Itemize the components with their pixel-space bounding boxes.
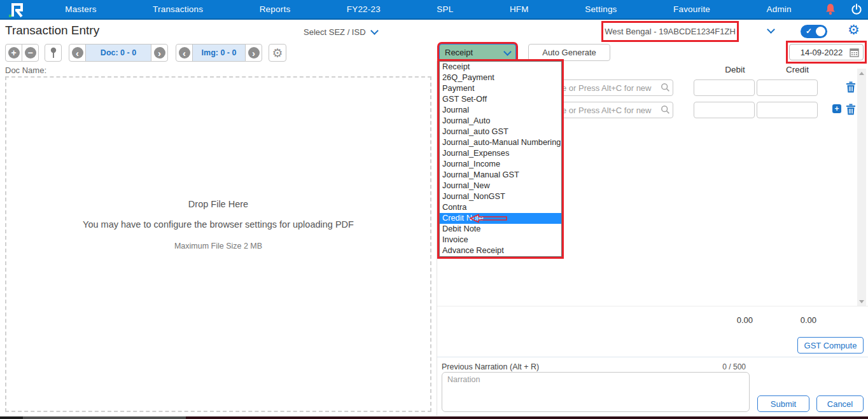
doc-next-button[interactable]: › xyxy=(151,44,168,62)
gst-compute-button[interactable]: GST Compute xyxy=(797,337,864,354)
zoom-out-button[interactable]: − xyxy=(22,44,39,62)
settings-gear-icon[interactable]: ⚙ xyxy=(848,23,860,36)
nav-item-admin[interactable]: Admin xyxy=(766,4,791,14)
chevron-right-icon: › xyxy=(248,47,260,58)
voucher-option[interactable]: Journal_New xyxy=(440,181,561,191)
submit-button[interactable]: Submit xyxy=(757,395,809,412)
previous-narration-label[interactable]: Previous Narration (Alt + R) xyxy=(442,362,539,371)
toggle-knob xyxy=(816,27,825,36)
voucher-option[interactable]: Payment xyxy=(440,83,561,94)
search-icon[interactable] xyxy=(661,83,670,92)
dropzone-title: Drop File Here xyxy=(6,199,430,209)
plus-icon: + xyxy=(8,47,20,58)
dropzone-size-limit: Maximum File Size 2 MB xyxy=(6,242,430,251)
add-row-icon[interactable]: + xyxy=(832,104,841,113)
bottom-edge-strip xyxy=(23,416,186,419)
doc-counter: Doc: 0 - 0 xyxy=(85,44,151,62)
sez-isd-selector[interactable]: Select SEZ / ISD xyxy=(304,27,366,37)
debit-input-row1[interactable] xyxy=(694,79,755,96)
auto-generate-button[interactable]: Auto Generate xyxy=(528,44,610,61)
dropzone-hint: You may have to configure the browser se… xyxy=(6,219,430,230)
voucher-option[interactable]: Contra xyxy=(440,202,561,213)
debit-header: Debit xyxy=(716,65,754,74)
notification-bell-icon[interactable] xyxy=(824,3,837,17)
bottom-edge-strip xyxy=(186,416,868,419)
account-input-row2[interactable] xyxy=(543,102,673,118)
voucher-option[interactable]: Journal_Manual GST xyxy=(440,170,561,181)
chevron-down-icon xyxy=(503,48,512,56)
file-dropzone[interactable]: Drop File Here You may have to configure… xyxy=(5,76,431,412)
top-navbar: Masters Transactions Reports FY22-23 SPL… xyxy=(0,0,868,20)
branch-gstin-field[interactable]: West Bengal - 19ABCDE1234F1ZH xyxy=(603,23,737,40)
scroll-down-icon[interactable] xyxy=(859,300,864,303)
cancel-button[interactable]: Cancel xyxy=(816,395,864,412)
credit-header: Credit xyxy=(778,65,816,74)
credit-input-row1[interactable] xyxy=(757,79,818,96)
nav-item-hfm[interactable]: HFM xyxy=(510,4,529,14)
doc-name-label: Doc Name: xyxy=(5,65,46,75)
voucher-option[interactable]: Journal_NonGST xyxy=(440,191,561,202)
chevron-left-icon: ‹ xyxy=(72,47,83,58)
nav-item-reports[interactable]: Reports xyxy=(260,4,291,14)
narration-textarea[interactable] xyxy=(442,372,750,412)
search-icon[interactable] xyxy=(661,105,670,114)
delete-row-icon[interactable] xyxy=(846,81,856,93)
delete-row-icon[interactable] xyxy=(846,104,856,115)
scroll-up-icon[interactable] xyxy=(859,72,864,75)
minus-icon: − xyxy=(25,47,36,58)
totals-divider xyxy=(437,306,868,306)
voucher-option[interactable]: Journal_Income xyxy=(440,159,561,170)
power-icon[interactable] xyxy=(850,3,863,16)
credit-input-row2[interactable] xyxy=(757,102,818,118)
voucher-option[interactable]: Journal_Expenses xyxy=(440,148,561,159)
voucher-option[interactable]: 26Q_Payment xyxy=(440,72,561,83)
account-input-row1[interactable] xyxy=(543,79,673,96)
voucher-date-field[interactable]: 14-09-2022 xyxy=(789,44,864,60)
zoom-in-button[interactable]: + xyxy=(5,44,22,62)
credit-total: 0.00 xyxy=(776,315,816,325)
voucher-option[interactable]: Journal_auto-Manual Numbering xyxy=(440,137,561,148)
img-prev-button[interactable]: ‹ xyxy=(176,44,193,62)
nav-menu: Masters Transactions Reports FY22-23 SPL… xyxy=(37,0,820,18)
gear-icon: ⚙ xyxy=(272,47,283,59)
chevron-left-icon: ‹ xyxy=(179,47,190,58)
nav-item-fy22-23[interactable]: FY22-23 xyxy=(347,4,381,14)
voucher-option-credit-note-highlighted[interactable]: Credit Note xyxy=(440,213,561,224)
chevron-down-icon[interactable] xyxy=(767,25,775,34)
voucher-option[interactable]: Advance Receipt xyxy=(440,245,561,256)
voucher-type-select[interactable]: Receipt xyxy=(439,44,516,61)
nav-item-favourite[interactable]: Favourite xyxy=(673,4,710,14)
app-logo-icon[interactable] xyxy=(6,2,28,18)
viewer-settings-button[interactable]: ⚙ xyxy=(269,44,286,62)
panel-divider xyxy=(437,61,437,416)
entry-scrollbar[interactable] xyxy=(857,69,866,306)
nav-item-transactions[interactable]: Transactions xyxy=(153,4,203,14)
img-counter: Img: 0 - 0 xyxy=(192,44,246,62)
voucher-option[interactable]: GST Set-Off xyxy=(440,94,561,105)
debit-input-row2[interactable] xyxy=(694,102,755,118)
voucher-option[interactable]: Debit Note xyxy=(440,224,561,235)
red-arrow-annotation-icon xyxy=(469,214,508,223)
chevron-right-icon: › xyxy=(154,47,165,58)
img-next-button[interactable]: › xyxy=(245,44,262,62)
calendar-icon[interactable] xyxy=(850,48,859,57)
nav-item-spl[interactable]: SPL xyxy=(437,4,453,14)
voucher-option[interactable]: Journal_Auto xyxy=(440,116,561,127)
voucher-option[interactable]: Journal_auto GST xyxy=(440,127,561,137)
doc-prev-button[interactable]: ‹ xyxy=(69,44,86,62)
page-title: Transaction Entry xyxy=(5,24,99,38)
debit-total: 0.00 xyxy=(712,315,753,325)
nav-item-masters[interactable]: Masters xyxy=(65,4,96,14)
entry-mode-toggle[interactable]: ✓ xyxy=(801,25,827,38)
date-field-annotation: 14-09-2022 xyxy=(788,43,865,62)
pin-button[interactable] xyxy=(45,44,62,62)
voucher-type-dropdown-list: Receipt 26Q_Payment Payment GST Set-Off … xyxy=(439,61,562,257)
voucher-option[interactable]: Journal xyxy=(440,105,561,116)
voucher-option[interactable]: Receipt xyxy=(440,62,561,72)
voucher-option[interactable]: Invoice xyxy=(440,235,561,245)
chevron-down-icon[interactable] xyxy=(370,27,379,35)
nav-item-settings[interactable]: Settings xyxy=(585,4,617,14)
voucher-type-selected: Receipt xyxy=(445,48,473,57)
check-icon: ✓ xyxy=(806,27,812,36)
pin-icon xyxy=(50,47,57,58)
